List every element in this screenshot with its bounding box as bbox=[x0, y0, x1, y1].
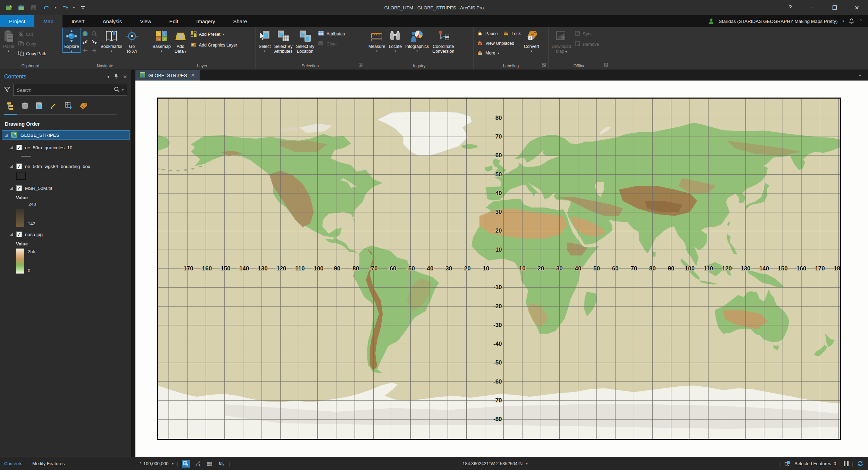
search-options-icon[interactable]: ▾ bbox=[122, 88, 124, 92]
redo-icon[interactable] bbox=[61, 4, 69, 11]
collapse-ribbon-icon[interactable]: ⌃ bbox=[859, 19, 862, 24]
fixed-zoom-in-icon[interactable] bbox=[82, 40, 88, 46]
layer-row-globe-stripes[interactable]: GLOBE_STRIPES bbox=[2, 130, 130, 140]
undo-dropdown-icon[interactable]: ▾ bbox=[55, 6, 57, 9]
more-labeling-button[interactable]: More ▾ bbox=[477, 50, 521, 56]
previous-extent-icon[interactable] bbox=[82, 48, 88, 54]
labeling-dialog-launcher-icon[interactable] bbox=[542, 62, 546, 68]
attributes-button[interactable]: Attributes bbox=[318, 31, 345, 37]
basemap-button[interactable]: Basemap ▾ bbox=[151, 28, 173, 52]
expand-icon[interactable] bbox=[10, 186, 13, 190]
map-viewport[interactable]: -170-160-150-140-130-120-110-100-90-80-7… bbox=[135, 81, 868, 457]
north-arrow-icon[interactable]: N bbox=[217, 460, 226, 468]
signed-in-user[interactable]: Staridas (STARIDAS GEOGRAPHY Making Maps… bbox=[719, 19, 837, 24]
tab-list-by-snapping[interactable] bbox=[62, 101, 76, 115]
close-view-icon[interactable]: ✕ bbox=[191, 73, 195, 78]
ribbon-tab-share[interactable]: Share bbox=[224, 15, 256, 27]
locate-button[interactable]: Locate ▾ bbox=[387, 28, 404, 52]
tab-list-by-drawing-order[interactable] bbox=[3, 101, 17, 115]
customize-qat-icon[interactable] bbox=[79, 4, 87, 11]
new-project-icon[interactable] bbox=[5, 4, 13, 11]
map-frame[interactable]: -170-160-150-140-130-120-110-100-90-80-7… bbox=[157, 98, 841, 440]
save-project-icon[interactable] bbox=[30, 4, 38, 11]
bookmarks-button[interactable]: Bookmarks ▾ bbox=[99, 28, 124, 52]
color-ramp[interactable] bbox=[16, 209, 24, 227]
cut-button[interactable]: Cut bbox=[18, 31, 46, 37]
user-dropdown-icon[interactable]: ▾ bbox=[842, 19, 844, 23]
layer-checkbox[interactable]: ✓ bbox=[16, 232, 22, 237]
pause-drawing-button[interactable] bbox=[844, 461, 849, 466]
expand-icon[interactable] bbox=[5, 133, 8, 137]
panel-menu-icon[interactable]: ▾ bbox=[107, 74, 109, 79]
color-ramp[interactable] bbox=[16, 249, 24, 274]
line-symbol[interactable] bbox=[21, 156, 31, 157]
ribbon-tab-insert[interactable]: Insert bbox=[62, 15, 94, 27]
tab-overflow-icon[interactable]: ▼ bbox=[858, 74, 868, 77]
tab-list-by-selection[interactable] bbox=[33, 101, 47, 115]
view-unplaced-button[interactable]: View Unplaced bbox=[477, 40, 521, 47]
infographics-button[interactable]: Infographics ▾ bbox=[403, 28, 431, 52]
ribbon-tab-map[interactable]: Map bbox=[34, 15, 62, 27]
layer-row-bounding-box[interactable]: ✓ ne_50m_wgs84_bounding_box bbox=[0, 161, 131, 171]
ribbon-tab-view[interactable]: View bbox=[131, 15, 160, 27]
notifications-bell-icon[interactable] bbox=[849, 18, 854, 24]
add-data-button[interactable]: Add Data ▾ bbox=[173, 28, 189, 54]
select-by-attributes-button[interactable]: Select By Attributes bbox=[273, 28, 294, 54]
clear-button[interactable]: Clear bbox=[318, 41, 345, 47]
expand-icon[interactable] bbox=[10, 233, 13, 236]
copy-path-button[interactable]: Copy Path bbox=[18, 50, 46, 57]
attribute-table-icon[interactable] bbox=[206, 460, 214, 468]
help-button[interactable]: ? bbox=[779, 0, 801, 15]
panel-splitter[interactable] bbox=[131, 70, 135, 457]
scale-dropdown-icon[interactable]: ▾ bbox=[172, 462, 174, 465]
download-map-button[interactable]: Download Map ▾ bbox=[550, 28, 573, 54]
sync-button[interactable]: Sync bbox=[575, 31, 599, 37]
search-icon[interactable] bbox=[114, 86, 119, 93]
layer-checkbox[interactable]: ✓ bbox=[16, 145, 22, 150]
undo-icon[interactable] bbox=[42, 4, 51, 11]
snapping-toggle-button[interactable] bbox=[182, 460, 190, 468]
layer-row-nasa[interactable]: ✓ nasa.jpg bbox=[0, 229, 131, 239]
next-extent-icon[interactable] bbox=[91, 48, 97, 54]
pane-tab-contents[interactable]: Contents bbox=[4, 461, 27, 466]
go-to-xy-button[interactable]: Go To XY bbox=[124, 28, 140, 54]
pin-icon[interactable] bbox=[114, 74, 118, 80]
add-preset-button[interactable]: Add Preset ▾ bbox=[191, 31, 237, 38]
ribbon-tab-imagery[interactable]: Imagery bbox=[187, 15, 224, 27]
ribbon-tab-edit[interactable]: Edit bbox=[160, 15, 187, 27]
explore-button[interactable]: Explore ▾ bbox=[62, 28, 81, 52]
close-button[interactable]: ✕ bbox=[846, 0, 868, 15]
measure-button[interactable]: Measure ▾ bbox=[367, 28, 387, 52]
rectangle-symbol[interactable] bbox=[16, 173, 26, 180]
convert-labels-button[interactable]: A Convert ▾ bbox=[522, 28, 541, 52]
layer-row-msr50m[interactable]: ✓ MSR_50M.tif bbox=[0, 183, 131, 193]
select-by-location-button[interactable]: Select By Location bbox=[294, 28, 316, 54]
expand-icon[interactable] bbox=[10, 165, 13, 168]
layer-checkbox[interactable]: ✓ bbox=[16, 185, 22, 191]
minimize-button[interactable]: – bbox=[801, 0, 824, 15]
offline-dialog-launcher-icon[interactable] bbox=[604, 62, 608, 68]
coordinate-conversion-button[interactable]: Coordinate Conversion bbox=[431, 28, 456, 54]
full-extent-icon[interactable] bbox=[82, 31, 88, 38]
copy-button[interactable]: Copy bbox=[18, 41, 46, 47]
add-graphics-layer-button[interactable]: Add Graphics Layer bbox=[191, 42, 237, 48]
ribbon-tab-project[interactable]: Project bbox=[0, 15, 34, 27]
open-project-icon[interactable] bbox=[17, 4, 26, 11]
close-panel-icon[interactable]: ✕ bbox=[123, 74, 127, 79]
lock-labels-button[interactable]: Lock bbox=[503, 31, 520, 37]
tab-list-by-labeling[interactable] bbox=[76, 101, 90, 115]
pause-labeling-button[interactable]: Pause bbox=[477, 31, 498, 37]
map-scale-value[interactable]: 1:100,000,000 bbox=[140, 461, 168, 466]
layer-row-graticules[interactable]: ✓ ne_50m_graticules_10 bbox=[0, 143, 131, 152]
layer-checkbox[interactable]: ✓ bbox=[16, 163, 22, 169]
search-input[interactable]: Search ▾ bbox=[13, 84, 127, 96]
expand-icon[interactable] bbox=[10, 146, 13, 149]
refresh-icon[interactable] bbox=[856, 460, 865, 468]
tab-list-by-editing[interactable] bbox=[47, 101, 61, 115]
select-button[interactable]: Select ▾ bbox=[257, 28, 273, 52]
filter-icon[interactable] bbox=[4, 86, 10, 94]
coords-dropdown-icon[interactable]: ▾ bbox=[526, 462, 528, 465]
editing-status-icon[interactable] bbox=[194, 460, 202, 468]
ribbon-tab-analysis[interactable]: Analysis bbox=[93, 15, 131, 27]
fixed-zoom-out-icon[interactable] bbox=[91, 40, 97, 46]
